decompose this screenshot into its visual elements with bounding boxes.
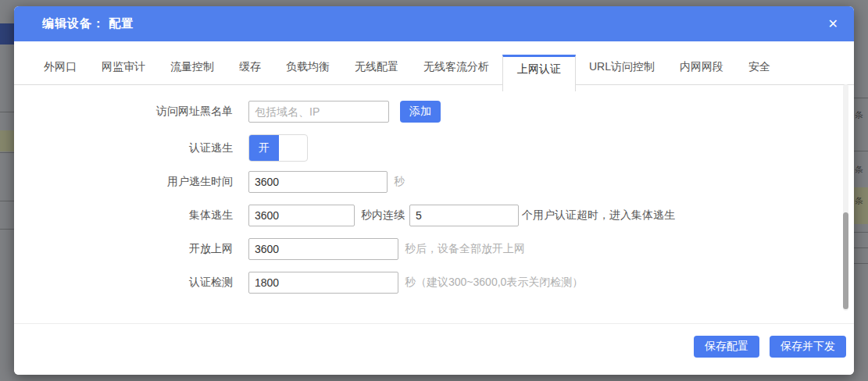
auth-detect-suffix: 秒（建议300~3600,0表示关闭检测）: [405, 276, 583, 290]
user-escape-time-label: 用户逃生时间: [14, 175, 233, 189]
open-internet-label: 开放上网: [14, 242, 233, 256]
close-icon[interactable]: ✕: [825, 15, 841, 34]
blacklist-row: 访问网址黑名单 添加: [14, 101, 854, 123]
user-escape-time-suffix: 秒: [394, 175, 405, 189]
dialog-scrollbar-thumb[interactable]: [843, 212, 848, 309]
auth-detect-label: 认证检测: [14, 276, 233, 290]
open-internet-input[interactable]: [248, 238, 398, 260]
collective-escape-seconds-input[interactable]: [248, 205, 355, 226]
blacklist-label: 访问网址黑名单: [14, 105, 233, 119]
auth-detect-row: 认证检测 秒（建议300~3600,0表示关闭检测）: [14, 272, 854, 294]
tab-traffic-control[interactable]: 流量控制: [159, 52, 226, 84]
dimmed-background-left: [0, 0, 14, 381]
background-text-fragment: 条: [855, 109, 863, 121]
dialog-footer: 保存配置 保存并下发: [14, 323, 854, 375]
collective-escape-suffix: 个用户认证超时，进入集体逃生: [522, 208, 675, 223]
dialog-title: 编辑设备： 配置: [42, 16, 134, 31]
auth-escape-row: 认证逃生 开: [14, 134, 854, 162]
background-row-highlight: [0, 23, 14, 45]
tab-url-access-control[interactable]: URL访问控制: [577, 52, 666, 84]
auth-escape-label: 认证逃生: [14, 141, 233, 155]
tab-network-audit[interactable]: 网监审计: [90, 52, 157, 84]
background-text-fragment: 条: [855, 195, 863, 207]
auth-escape-toggle[interactable]: 开: [248, 134, 308, 162]
tab-cache[interactable]: 缓存: [227, 52, 273, 84]
collective-escape-row: 集体逃生 秒内连续 个用户认证超时，进入集体逃生: [14, 205, 854, 226]
tab-wireless-config[interactable]: 无线配置: [343, 52, 410, 84]
tab-lan-segment[interactable]: 内网网段: [668, 52, 735, 84]
blacklist-input[interactable]: [248, 101, 389, 123]
dimmed-background-right: 条 条 条: [854, 0, 868, 381]
user-escape-time-input[interactable]: [248, 171, 388, 193]
toggle-on-label: 开: [249, 135, 279, 161]
dialog-scrollbar-track[interactable]: [843, 84, 848, 311]
tab-wan-port[interactable]: 外网口: [32, 52, 88, 84]
save-and-deploy-button[interactable]: 保存并下发: [770, 336, 846, 358]
user-escape-time-row: 用户逃生时间 秒: [14, 171, 854, 193]
background-text-fragment: 条: [855, 164, 863, 176]
save-config-button[interactable]: 保存配置: [694, 336, 759, 358]
tab-internet-auth[interactable]: 上网认证: [502, 55, 576, 91]
add-button[interactable]: 添加: [400, 101, 441, 123]
collective-escape-users-input[interactable]: [409, 205, 519, 226]
open-internet-suffix: 秒后，设备全部放开上网: [405, 242, 525, 256]
internet-auth-form: 访问网址黑名单 添加 认证逃生 开 用户逃生时间 秒 集体逃生 秒内连续 个用户…: [14, 85, 854, 294]
edit-device-config-dialog: 编辑设备： 配置 ✕ 外网口 网监审计 流量控制 缓存 负载均衡 无线配置 无线…: [14, 6, 854, 375]
dialog-header: 编辑设备： 配置 ✕: [14, 6, 854, 41]
tab-wireless-flow-analysis[interactable]: 无线客流分析: [412, 52, 501, 84]
config-tab-bar: 外网口 网监审计 流量控制 缓存 负载均衡 无线配置 无线客流分析 上网认证 U…: [14, 41, 854, 85]
collective-escape-label: 集体逃生: [14, 208, 233, 223]
tab-load-balance[interactable]: 负载均衡: [274, 52, 341, 84]
collective-escape-mid-text: 秒内连续: [361, 208, 405, 223]
open-internet-row: 开放上网 秒后，设备全部放开上网: [14, 238, 854, 260]
tab-security[interactable]: 安全: [737, 52, 782, 84]
auth-detect-input[interactable]: [248, 272, 398, 294]
